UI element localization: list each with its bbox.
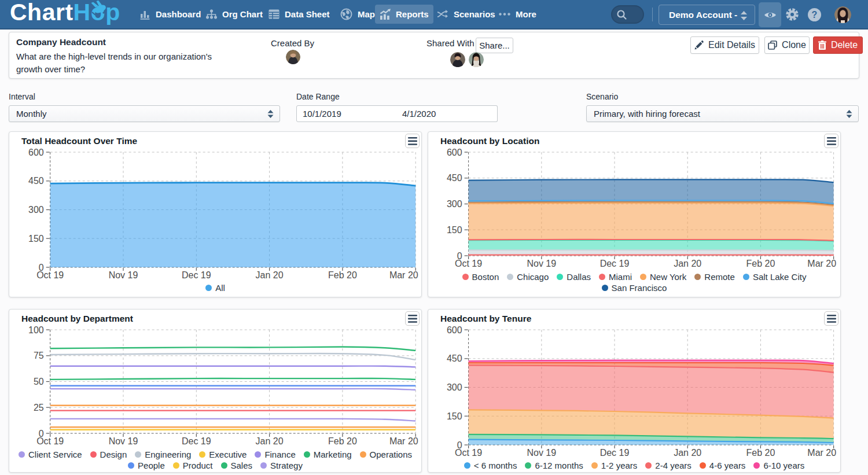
svg-text:Jan 20: Jan 20 [674,448,701,458]
svg-text:Mar 20: Mar 20 [389,436,418,446]
svg-text:Oct 19: Oct 19 [36,270,64,280]
svg-text:600: 600 [447,325,462,335]
svg-text:100: 100 [28,325,44,335]
svg-text:300: 300 [447,199,462,209]
svg-text:Mar 20: Mar 20 [807,448,836,458]
svg-text:Feb 20: Feb 20 [746,448,775,458]
svg-text:150: 150 [447,225,462,235]
svg-text:75: 75 [34,351,44,360]
svg-text:300: 300 [447,382,462,392]
svg-text:600: 600 [28,148,44,157]
svg-text:Nov 19: Nov 19 [109,436,138,446]
svg-text:Jan 20: Jan 20 [674,259,701,268]
svg-text:300: 300 [28,205,44,215]
svg-text:Feb 20: Feb 20 [746,259,775,268]
svg-text:Oct 19: Oct 19 [36,436,64,446]
svg-text:25: 25 [34,403,44,413]
svg-text:150: 150 [447,411,462,421]
svg-text:Dec 19: Dec 19 [182,436,211,446]
svg-text:Mar 20: Mar 20 [807,259,836,268]
svg-text:Dec 19: Dec 19 [182,270,211,280]
svg-text:Jan 20: Jan 20 [256,436,284,446]
svg-text:450: 450 [447,354,462,363]
svg-text:Oct 19: Oct 19 [455,448,482,458]
svg-text:450: 450 [28,176,44,186]
svg-text:Feb 20: Feb 20 [328,270,357,280]
svg-text:Oct 19: Oct 19 [455,259,482,268]
svg-text:Nov 19: Nov 19 [527,448,556,458]
svg-text:Dec 19: Dec 19 [600,448,630,458]
svg-text:50: 50 [34,377,44,386]
svg-text:Dec 19: Dec 19 [600,259,630,268]
svg-text:Nov 19: Nov 19 [527,259,556,268]
svg-text:Feb 20: Feb 20 [328,436,357,446]
svg-text:450: 450 [447,173,462,183]
svg-text:Jan 20: Jan 20 [256,270,284,280]
svg-text:150: 150 [28,234,44,244]
svg-text:600: 600 [447,148,462,157]
svg-text:Nov 19: Nov 19 [109,270,138,280]
svg-text:Mar 20: Mar 20 [389,270,418,280]
